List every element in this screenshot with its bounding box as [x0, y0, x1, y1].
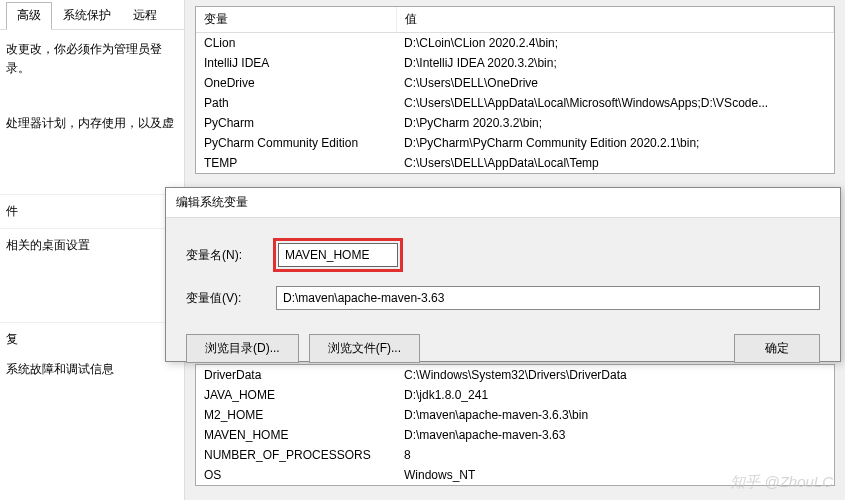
- table-row[interactable]: CLionD:\CLoin\CLion 2020.2.4\bin;: [196, 33, 834, 54]
- table-row[interactable]: PathC:\Users\DELL\AppData\Local\Microsof…: [196, 93, 834, 113]
- table-row[interactable]: OneDriveC:\Users\DELL\OneDrive: [196, 73, 834, 93]
- cell-var: OS: [196, 465, 396, 485]
- section-recovery-desc: 系统故障和调试信息: [0, 356, 184, 389]
- table-row[interactable]: TEMPC:\Users\DELL\AppData\Local\Temp: [196, 153, 834, 173]
- cell-var: JAVA_HOME: [196, 385, 396, 405]
- table-row[interactable]: PyCharm Community EditionD:\PyCharm\PyCh…: [196, 133, 834, 153]
- cell-val: C:\Users\DELL\AppData\Local\Temp: [396, 153, 834, 173]
- cell-var: NUMBER_OF_PROCESSORS: [196, 445, 396, 465]
- cell-var: Path: [196, 93, 396, 113]
- cell-val: D:\CLoin\CLion 2020.2.4\bin;: [396, 33, 834, 54]
- var-value-label: 变量值(V):: [186, 290, 276, 307]
- ok-button[interactable]: 确定: [734, 334, 820, 363]
- cell-val: Windows_NT: [396, 465, 834, 485]
- section-profile: 件: [0, 194, 184, 228]
- table-row[interactable]: M2_HOMED:\maven\apache-maven-3.6.3\bin: [196, 405, 834, 425]
- browse-dir-button[interactable]: 浏览目录(D)...: [186, 334, 299, 363]
- browse-file-button[interactable]: 浏览文件(F)...: [309, 334, 420, 363]
- cell-val: D:\PyCharm\PyCharm Community Edition 202…: [396, 133, 834, 153]
- sys-env-table-container: DriverDataC:\Windows\System32\Drivers\Dr…: [195, 364, 835, 486]
- table-row[interactable]: IntelliJ IDEAD:\IntelliJ IDEA 2020.3.2\b…: [196, 53, 834, 73]
- cell-var: CLion: [196, 33, 396, 54]
- cell-val: D:\maven\apache-maven-3.63: [396, 425, 834, 445]
- table-row[interactable]: MAVEN_HOMED:\maven\apache-maven-3.63: [196, 425, 834, 445]
- dialog-title: 编辑系统变量: [166, 188, 840, 218]
- cell-val: D:\jdk1.8.0_241: [396, 385, 834, 405]
- cell-val: D:\PyCharm 2020.3.2\bin;: [396, 113, 834, 133]
- edit-env-dialog: 编辑系统变量 变量名(N): 变量值(V): 浏览目录(D)... 浏览文件(F…: [165, 187, 841, 362]
- var-name-input[interactable]: [278, 243, 398, 267]
- cell-var: M2_HOME: [196, 405, 396, 425]
- user-env-table-container: 变量 值 CLionD:\CLoin\CLion 2020.2.4\bin;In…: [195, 6, 835, 174]
- cell-var: PyCharm: [196, 113, 396, 133]
- col-variable[interactable]: 变量: [196, 7, 396, 33]
- var-name-label: 变量名(N):: [186, 247, 276, 264]
- tab-system-protection[interactable]: 系统保护: [52, 2, 122, 29]
- table-row[interactable]: NUMBER_OF_PROCESSORS8: [196, 445, 834, 465]
- cell-var: IntelliJ IDEA: [196, 53, 396, 73]
- tab-remote[interactable]: 远程: [122, 2, 168, 29]
- cell-var: TEMP: [196, 153, 396, 173]
- table-row[interactable]: OSWindows_NT: [196, 465, 834, 485]
- sys-env-table[interactable]: DriverDataC:\Windows\System32\Drivers\Dr…: [196, 365, 834, 485]
- tabs-bar: 高级 系统保护 远程: [0, 0, 184, 30]
- tab-advanced[interactable]: 高级: [6, 2, 52, 30]
- left-panel: 高级 系统保护 远程 改更改，你必须作为管理员登录。 处理器计划，内存使用，以及…: [0, 0, 185, 500]
- cell-val: 8: [396, 445, 834, 465]
- cell-val: D:\maven\apache-maven-3.6.3\bin: [396, 405, 834, 425]
- cell-var: OneDrive: [196, 73, 396, 93]
- cell-val: C:\Users\DELL\AppData\Local\Microsoft\Wi…: [396, 93, 834, 113]
- cell-var: PyCharm Community Edition: [196, 133, 396, 153]
- var-value-input[interactable]: [276, 286, 820, 310]
- cell-val: C:\Users\DELL\OneDrive: [396, 73, 834, 93]
- performance-note: 处理器计划，内存使用，以及虚: [0, 104, 184, 143]
- var-name-highlight: [273, 238, 403, 272]
- user-env-table[interactable]: 变量 值 CLionD:\CLoin\CLion 2020.2.4\bin;In…: [196, 7, 834, 173]
- section-recovery-title: 复: [0, 322, 184, 356]
- col-value[interactable]: 值: [396, 7, 834, 33]
- cell-var: MAVEN_HOME: [196, 425, 396, 445]
- section-desktop: 相关的桌面设置: [0, 228, 184, 262]
- cell-val: D:\IntelliJ IDEA 2020.3.2\bin;: [396, 53, 834, 73]
- table-row[interactable]: PyCharmD:\PyCharm 2020.3.2\bin;: [196, 113, 834, 133]
- admin-note: 改更改，你必须作为管理员登录。: [0, 30, 184, 88]
- table-row[interactable]: JAVA_HOMED:\jdk1.8.0_241: [196, 385, 834, 405]
